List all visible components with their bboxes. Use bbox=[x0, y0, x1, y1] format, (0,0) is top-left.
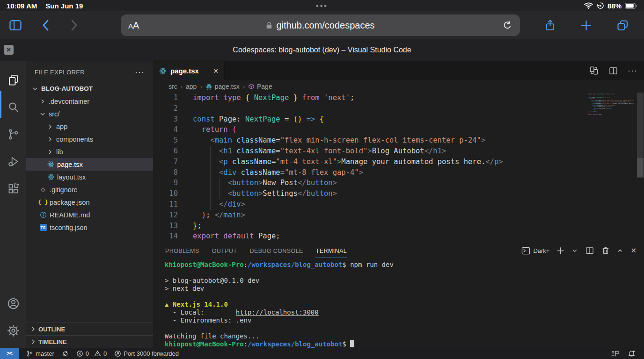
account-icon[interactable] bbox=[0, 290, 26, 317]
tab-bar: page.tsx ✕ ··· bbox=[154, 61, 644, 80]
line-number: 3 bbox=[154, 114, 178, 125]
code-line[interactable]: 5<main className="flex min-h-screen flex… bbox=[154, 135, 644, 146]
open-changes-icon[interactable] bbox=[589, 65, 599, 76]
split-panel-icon[interactable] bbox=[585, 246, 594, 255]
panel-tab-problems[interactable]: PROBLEMS bbox=[165, 244, 200, 258]
tree-item-page-tsx[interactable]: page.tsx bbox=[26, 158, 153, 171]
ios-status-bar: 10:09 AM Sun Jun 19 ••• 88% bbox=[0, 0, 644, 11]
reader-button[interactable]: AA bbox=[128, 20, 139, 31]
clock: 10:09 AM bbox=[7, 2, 37, 10]
tree-item-package-json[interactable]: { }package.json bbox=[26, 196, 153, 208]
close-tab-icon[interactable]: ✕ bbox=[213, 67, 219, 75]
ports-item[interactable]: Port 3000 forwarded bbox=[114, 350, 179, 357]
tree-item-layout-tsx[interactable]: layout.tsx bbox=[26, 171, 153, 183]
extensions-icon[interactable] bbox=[0, 175, 26, 202]
tree-item-label: app bbox=[56, 123, 67, 130]
sync-button[interactable] bbox=[62, 350, 69, 357]
breadcrumb-label: page.tsx bbox=[215, 83, 240, 90]
code-line[interactable]: 6<h1 className="text-4xl font-bold">Blog… bbox=[154, 146, 644, 157]
address-bar[interactable]: AA github.com/codespaces bbox=[121, 14, 520, 36]
line-number: 6 bbox=[154, 146, 178, 157]
terminal[interactable]: khiopost@MacBook-Pro:/workspaces/blog_au… bbox=[154, 259, 644, 348]
terminal-line bbox=[165, 269, 644, 277]
panel-tab-terminal[interactable]: TERMINAL bbox=[315, 244, 347, 258]
code-line[interactable]: 2 bbox=[154, 103, 644, 114]
tree-item-components[interactable]: components bbox=[26, 133, 153, 145]
panel-tab-debug-console[interactable]: DEBUG CONSOLE bbox=[249, 244, 303, 258]
timeline-section[interactable]: TIMELINE bbox=[26, 335, 153, 348]
line-content: </div> bbox=[193, 199, 245, 210]
bell-icon[interactable] bbox=[628, 350, 636, 358]
breadcrumb-item-page[interactable]: Page bbox=[248, 83, 272, 90]
editor-scrollbar[interactable] bbox=[637, 93, 644, 242]
tree-item-src-[interactable]: src/ bbox=[26, 108, 153, 120]
tree-item--devcontainer[interactable]: .devcontainer bbox=[26, 95, 153, 108]
more-actions-icon[interactable]: ··· bbox=[628, 66, 637, 76]
reload-icon[interactable] bbox=[502, 20, 512, 30]
code-line[interactable]: 12); </main> bbox=[154, 210, 644, 221]
screen: 10:09 AM Sun Jun 19 ••• 88% bbox=[0, 0, 644, 359]
new-terminal-icon[interactable] bbox=[556, 247, 564, 255]
code-line[interactable]: 14export default Page; bbox=[154, 231, 644, 242]
code-line[interactable]: 1import type { NextPage } from 'next'; bbox=[154, 93, 644, 103]
tree-item-label: components bbox=[56, 136, 93, 143]
status-bar: >< master 0 0 bbox=[0, 348, 644, 359]
chevron-down-icon[interactable] bbox=[571, 247, 578, 254]
minimap[interactable]: 1import type { NextPage } from 'next';23… bbox=[587, 93, 634, 122]
run-debug-icon[interactable] bbox=[0, 148, 26, 175]
tree-item-lib[interactable]: lib bbox=[26, 145, 153, 158]
outline-label: OUTLINE bbox=[38, 326, 65, 333]
tab-page-tsx[interactable]: page.tsx ✕ bbox=[154, 61, 225, 80]
tree-item-blog-autobot[interactable]: BLOG-AUTOBOT bbox=[26, 82, 153, 95]
forward-icon[interactable] bbox=[69, 19, 79, 32]
explorer-icon[interactable] bbox=[0, 66, 26, 93]
code-line[interactable]: 3const Page: NextPage = () => { bbox=[154, 114, 644, 125]
more-actions-icon[interactable]: ··· bbox=[135, 67, 145, 77]
tabs-icon[interactable] bbox=[616, 19, 629, 32]
terminal-line: Watching file changes... bbox=[165, 332, 644, 340]
settings-gear-icon[interactable] bbox=[0, 317, 26, 344]
terminal-shell-selector[interactable]: Dark+ bbox=[521, 247, 549, 255]
line-number: 11 bbox=[154, 199, 178, 210]
tree-item-tsconfig-json[interactable]: TStsconfig.json bbox=[26, 221, 153, 234]
split-editor-icon[interactable] bbox=[608, 66, 618, 76]
remote-indicator[interactable]: >< bbox=[0, 348, 19, 359]
outline-section[interactable]: OUTLINE bbox=[26, 323, 153, 335]
code-line[interactable]: 8<div className="mt-8 flex gap-4"> bbox=[154, 167, 644, 178]
feedback-icon[interactable] bbox=[610, 350, 619, 357]
maximize-panel-icon[interactable] bbox=[617, 247, 623, 254]
code-line[interactable]: 11</div> bbox=[154, 199, 644, 210]
search-icon[interactable] bbox=[0, 93, 26, 121]
code-line[interactable]: 10<button>Settings</button> bbox=[154, 188, 644, 199]
breadcrumb-item-src[interactable]: src bbox=[168, 83, 177, 90]
code-line[interactable]: 14export default Page; bbox=[587, 114, 634, 115]
close-panel-icon[interactable]: ✕ bbox=[630, 246, 637, 255]
timeline-label: TIMELINE bbox=[38, 338, 67, 345]
code-line[interactable]: 4return ( bbox=[154, 124, 644, 135]
share-icon[interactable] bbox=[544, 19, 556, 32]
code-line[interactable]: 7<p className="mt-4 text-xl">Manage your… bbox=[154, 157, 644, 167]
new-tab-icon[interactable] bbox=[580, 20, 592, 31]
line-content: export default Page; bbox=[588, 114, 602, 115]
branch-item[interactable]: master bbox=[26, 350, 54, 357]
tree-item-app[interactable]: app bbox=[26, 120, 153, 133]
panel-tab-output[interactable]: OUTPUT bbox=[212, 244, 238, 258]
tree-item--gitignore[interactable]: .gitignore bbox=[26, 183, 153, 196]
terminal-line: > blog-autobot@0.1.0 dev bbox=[165, 277, 644, 285]
terminal-cursor bbox=[350, 340, 354, 347]
code-line[interactable]: 13}; bbox=[154, 221, 644, 231]
breadcrumb-item-app[interactable]: app bbox=[186, 83, 197, 90]
problems-item[interactable]: 0 0 bbox=[76, 350, 107, 357]
code-editor[interactable]: 1import type { NextPage } from 'next';23… bbox=[154, 93, 644, 242]
terminal-line bbox=[165, 324, 644, 332]
code-line[interactable]: 9<button>New Post</button> bbox=[154, 178, 644, 188]
tree-item-label: README.md bbox=[50, 211, 90, 219]
trash-icon[interactable] bbox=[601, 246, 610, 255]
tree-item-readme-md[interactable]: README.md bbox=[26, 208, 153, 221]
back-icon[interactable] bbox=[41, 19, 51, 32]
breadcrumb-item-page-tsx[interactable]: page.tsx bbox=[205, 83, 240, 90]
multitask-dots-icon[interactable]: ••• bbox=[316, 2, 328, 10]
source-control-icon[interactable] bbox=[0, 121, 26, 148]
sidebar-toggle-icon[interactable] bbox=[8, 18, 22, 32]
close-banner-icon[interactable]: ✕ bbox=[4, 45, 14, 55]
